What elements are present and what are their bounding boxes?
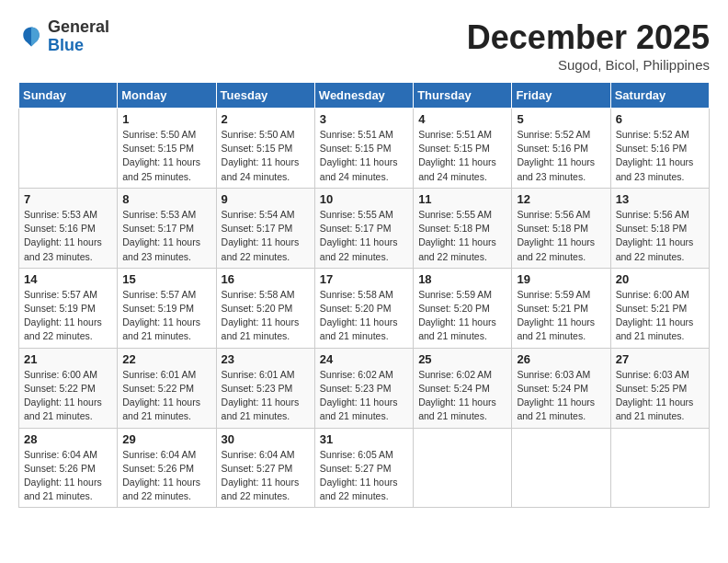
day-number: 28 [24, 432, 112, 446]
day-info: Sunrise: 6:02 AMSunset: 5:24 PMDaylight:… [418, 368, 506, 424]
day-info: Sunrise: 6:01 AMSunset: 5:22 PMDaylight:… [122, 368, 210, 424]
calendar-cell [19, 109, 118, 189]
day-number: 27 [616, 352, 704, 366]
day-number: 9 [222, 192, 310, 206]
day-number: 11 [418, 192, 506, 206]
calendar-week-1: 1Sunrise: 5:50 AMSunset: 5:15 PMDaylight… [19, 109, 710, 189]
logo: General Blue [18, 18, 109, 55]
calendar-cell: 20Sunrise: 6:00 AMSunset: 5:21 PMDayligh… [610, 268, 709, 348]
day-info: Sunrise: 6:03 AMSunset: 5:24 PMDaylight:… [517, 368, 605, 424]
day-number: 29 [122, 432, 210, 446]
day-info: Sunrise: 5:52 AMSunset: 5:16 PMDaylight:… [616, 128, 704, 184]
day-info: Sunrise: 5:53 AMSunset: 5:17 PMDaylight:… [122, 208, 210, 264]
day-info: Sunrise: 6:04 AMSunset: 5:26 PMDaylight:… [24, 448, 112, 504]
calendar-cell: 23Sunrise: 6:01 AMSunset: 5:23 PMDayligh… [216, 348, 314, 428]
weekday-header-tuesday: Tuesday [216, 83, 314, 109]
calendar-cell: 6Sunrise: 5:52 AMSunset: 5:16 PMDaylight… [610, 109, 709, 189]
day-info: Sunrise: 5:51 AMSunset: 5:15 PMDaylight:… [418, 128, 506, 184]
calendar-cell: 9Sunrise: 5:54 AMSunset: 5:17 PMDaylight… [216, 188, 314, 268]
calendar-cell: 4Sunrise: 5:51 AMSunset: 5:15 PMDaylight… [414, 109, 512, 189]
calendar-cell [610, 428, 709, 508]
page-header: General Blue December 2025 Sugod, Bicol,… [18, 18, 710, 73]
day-info: Sunrise: 5:51 AMSunset: 5:15 PMDaylight:… [320, 128, 408, 184]
day-number: 6 [616, 112, 704, 126]
day-info: Sunrise: 5:56 AMSunset: 5:18 PMDaylight:… [517, 208, 605, 264]
calendar-table: SundayMondayTuesdayWednesdayThursdayFrid… [18, 82, 710, 508]
calendar-cell: 21Sunrise: 6:00 AMSunset: 5:22 PMDayligh… [19, 348, 118, 428]
day-number: 31 [320, 432, 408, 446]
day-info: Sunrise: 5:58 AMSunset: 5:20 PMDaylight:… [222, 288, 310, 344]
day-info: Sunrise: 5:55 AMSunset: 5:17 PMDaylight:… [320, 208, 408, 264]
calendar-cell: 25Sunrise: 6:02 AMSunset: 5:24 PMDayligh… [414, 348, 512, 428]
day-number: 4 [418, 112, 506, 126]
calendar-cell [512, 428, 610, 508]
day-number: 14 [24, 272, 112, 286]
day-info: Sunrise: 5:57 AMSunset: 5:19 PMDaylight:… [122, 288, 210, 344]
day-info: Sunrise: 5:50 AMSunset: 5:15 PMDaylight:… [122, 128, 210, 184]
calendar-cell: 5Sunrise: 5:52 AMSunset: 5:16 PMDaylight… [512, 109, 610, 189]
weekday-header-row: SundayMondayTuesdayWednesdayThursdayFrid… [19, 83, 710, 109]
calendar-week-3: 14Sunrise: 5:57 AMSunset: 5:19 PMDayligh… [19, 268, 710, 348]
day-number: 24 [320, 352, 408, 366]
calendar-cell: 27Sunrise: 6:03 AMSunset: 5:25 PMDayligh… [610, 348, 709, 428]
calendar-cell: 17Sunrise: 5:58 AMSunset: 5:20 PMDayligh… [314, 268, 413, 348]
day-number: 10 [320, 192, 408, 206]
month-title: December 2025 [467, 18, 710, 57]
day-info: Sunrise: 5:59 AMSunset: 5:21 PMDaylight:… [517, 288, 605, 344]
calendar-cell [414, 428, 512, 508]
day-number: 18 [418, 272, 506, 286]
day-number: 13 [616, 192, 704, 206]
calendar-cell: 15Sunrise: 5:57 AMSunset: 5:19 PMDayligh… [118, 268, 216, 348]
day-info: Sunrise: 5:50 AMSunset: 5:15 PMDaylight:… [222, 128, 310, 184]
day-info: Sunrise: 6:02 AMSunset: 5:23 PMDaylight:… [320, 368, 408, 424]
calendar-cell: 13Sunrise: 5:56 AMSunset: 5:18 PMDayligh… [610, 188, 709, 268]
day-number: 7 [24, 192, 112, 206]
calendar-cell: 26Sunrise: 6:03 AMSunset: 5:24 PMDayligh… [512, 348, 610, 428]
calendar-cell: 1Sunrise: 5:50 AMSunset: 5:15 PMDaylight… [118, 109, 216, 189]
day-info: Sunrise: 5:54 AMSunset: 5:17 PMDaylight:… [222, 208, 310, 264]
weekday-header-wednesday: Wednesday [314, 83, 413, 109]
day-number: 23 [222, 352, 310, 366]
weekday-header-sunday: Sunday [19, 83, 118, 109]
day-number: 12 [517, 192, 605, 206]
calendar-week-2: 7Sunrise: 5:53 AMSunset: 5:16 PMDaylight… [19, 188, 710, 268]
calendar-cell: 8Sunrise: 5:53 AMSunset: 5:17 PMDaylight… [118, 188, 216, 268]
calendar-week-5: 28Sunrise: 6:04 AMSunset: 5:26 PMDayligh… [19, 428, 710, 508]
day-number: 15 [122, 272, 210, 286]
calendar-cell: 3Sunrise: 5:51 AMSunset: 5:15 PMDaylight… [314, 109, 413, 189]
day-info: Sunrise: 6:01 AMSunset: 5:23 PMDaylight:… [222, 368, 310, 424]
day-info: Sunrise: 5:57 AMSunset: 5:19 PMDaylight:… [24, 288, 112, 344]
day-number: 1 [122, 112, 210, 126]
calendar-cell: 29Sunrise: 6:04 AMSunset: 5:26 PMDayligh… [118, 428, 216, 508]
calendar-cell: 12Sunrise: 5:56 AMSunset: 5:18 PMDayligh… [512, 188, 610, 268]
weekday-header-monday: Monday [118, 83, 216, 109]
day-number: 20 [616, 272, 704, 286]
day-number: 30 [222, 432, 310, 446]
title-section: December 2025 Sugod, Bicol, Philippines [467, 18, 710, 73]
calendar-cell: 16Sunrise: 5:58 AMSunset: 5:20 PMDayligh… [216, 268, 314, 348]
calendar-week-4: 21Sunrise: 6:00 AMSunset: 5:22 PMDayligh… [19, 348, 710, 428]
day-number: 2 [222, 112, 310, 126]
day-info: Sunrise: 5:56 AMSunset: 5:18 PMDaylight:… [616, 208, 704, 264]
day-info: Sunrise: 6:04 AMSunset: 5:26 PMDaylight:… [122, 448, 210, 504]
day-number: 26 [517, 352, 605, 366]
day-number: 8 [122, 192, 210, 206]
calendar-cell: 7Sunrise: 5:53 AMSunset: 5:16 PMDaylight… [19, 188, 118, 268]
calendar-cell: 11Sunrise: 5:55 AMSunset: 5:18 PMDayligh… [414, 188, 512, 268]
calendar-cell: 14Sunrise: 5:57 AMSunset: 5:19 PMDayligh… [19, 268, 118, 348]
day-info: Sunrise: 5:59 AMSunset: 5:20 PMDaylight:… [418, 288, 506, 344]
calendar-cell: 18Sunrise: 5:59 AMSunset: 5:20 PMDayligh… [414, 268, 512, 348]
day-info: Sunrise: 5:53 AMSunset: 5:16 PMDaylight:… [24, 208, 112, 264]
weekday-header-friday: Friday [512, 83, 610, 109]
calendar-cell: 31Sunrise: 6:05 AMSunset: 5:27 PMDayligh… [314, 428, 413, 508]
calendar-cell: 28Sunrise: 6:04 AMSunset: 5:26 PMDayligh… [19, 428, 118, 508]
calendar-cell: 10Sunrise: 5:55 AMSunset: 5:17 PMDayligh… [314, 188, 413, 268]
day-info: Sunrise: 5:58 AMSunset: 5:20 PMDaylight:… [320, 288, 408, 344]
day-number: 22 [122, 352, 210, 366]
day-number: 5 [517, 112, 605, 126]
calendar-cell: 30Sunrise: 6:04 AMSunset: 5:27 PMDayligh… [216, 428, 314, 508]
weekday-header-saturday: Saturday [610, 83, 709, 109]
calendar-cell: 24Sunrise: 6:02 AMSunset: 5:23 PMDayligh… [314, 348, 413, 428]
day-info: Sunrise: 6:04 AMSunset: 5:27 PMDaylight:… [222, 448, 310, 504]
calendar-cell: 2Sunrise: 5:50 AMSunset: 5:15 PMDaylight… [216, 109, 314, 189]
